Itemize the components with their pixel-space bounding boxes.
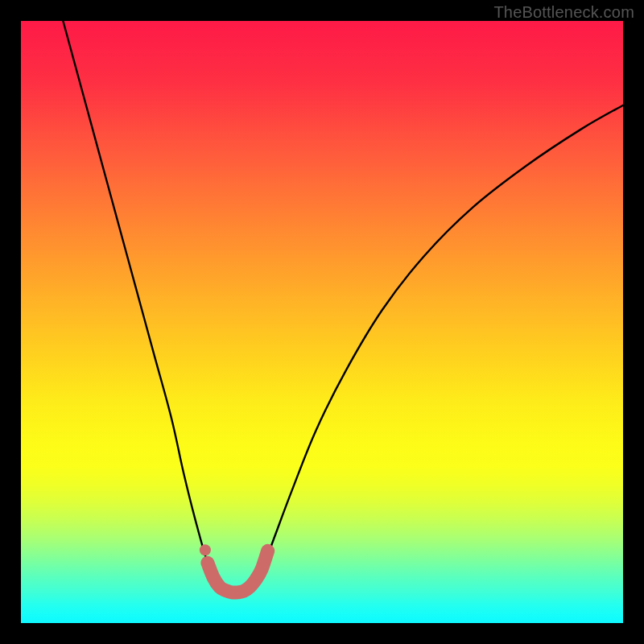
watermark-text: TheBottleneck.com: [493, 3, 634, 22]
bottleneck-curve-path: [63, 21, 623, 592]
highlighted-marker-lead-dot: [200, 544, 211, 555]
bottleneck-curve-svg: [21, 21, 623, 623]
highlighted-marker-stroke: [208, 551, 268, 592]
highlighted-marker-group: [200, 544, 268, 592]
chart-plot-area: [21, 21, 623, 623]
